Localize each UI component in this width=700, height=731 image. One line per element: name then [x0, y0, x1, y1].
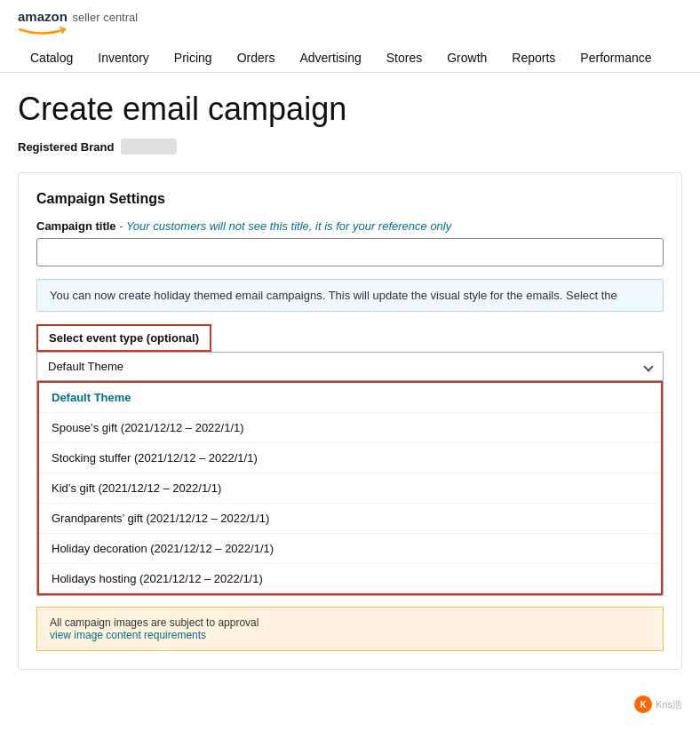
logo-amazon-text: amazon: [18, 9, 68, 24]
page-title: Create email campaign: [18, 91, 682, 128]
watermark-icon: K: [634, 695, 652, 702]
dropdown-item-holiday-decoration[interactable]: Holiday decoration (2021/12/12 – 2022/1/…: [39, 534, 661, 564]
brand-badge: [121, 139, 177, 155]
info-banner: You can now create holiday themed email …: [36, 279, 664, 312]
chevron-down-icon: [643, 362, 653, 371]
nav-growth[interactable]: Growth: [434, 44, 499, 72]
nav-catalog[interactable]: Catalog: [18, 44, 85, 72]
top-header: amazon seller central Catalog Inventory …: [0, 0, 700, 73]
campaign-title-note: - Your customers will not see this title…: [119, 219, 451, 233]
registered-brand-row: Registered Brand: [18, 139, 682, 155]
watermark-text: Kris浩: [656, 698, 682, 703]
nav-performance[interactable]: Performance: [568, 44, 664, 72]
dropdown-item-spouse-gift[interactable]: Spouse’s gift (2021/12/12 – 2022/1/1): [39, 413, 661, 443]
nav-advertising[interactable]: Advertising: [287, 44, 373, 72]
page-content: Create email campaign Registered Brand C…: [0, 73, 700, 702]
view-image-content-link[interactable]: view image content requirements: [50, 629, 206, 641]
campaign-settings-card: Campaign Settings Campaign title - Your …: [18, 172, 682, 670]
dropdown-list: Default Theme Spouse’s gift (2021/12/12 …: [37, 381, 663, 595]
amazon-smile-icon: [18, 27, 67, 36]
main-nav: Catalog Inventory Pricing Orders Adverti…: [18, 44, 682, 72]
nav-reports[interactable]: Reports: [499, 44, 568, 72]
dropdown-item-holidays-hosting[interactable]: Holidays hosting (2021/12/12 – 2022/1/1): [39, 564, 661, 593]
card-title: Campaign Settings: [36, 191, 664, 207]
campaign-title-label: Campaign title - Your customers will not…: [36, 219, 664, 233]
nav-orders[interactable]: Orders: [225, 44, 288, 72]
amazon-logo[interactable]: amazon seller central: [18, 9, 138, 38]
dropdown-item-grandparents-gift[interactable]: Grandparents’ gift (2021/12/12 – 2022/1/…: [39, 504, 661, 534]
select-event-label[interactable]: Select event type (optional): [36, 324, 211, 352]
dropdown-item-stocking-stuffer[interactable]: Stocking stuffer (2021/12/12 – 2022/1/1): [39, 443, 661, 473]
logo-area: amazon seller central: [18, 9, 682, 38]
nav-pricing[interactable]: Pricing: [162, 44, 225, 72]
nav-inventory[interactable]: Inventory: [85, 44, 162, 72]
dropdown-selected-value[interactable]: Default Theme: [37, 353, 663, 381]
logo-seller-text: seller central: [69, 11, 138, 24]
dropdown-item-default-theme[interactable]: Default Theme: [39, 383, 661, 413]
watermark: K Kris浩: [634, 695, 682, 702]
bottom-note: All campaign images are subject to appro…: [36, 607, 664, 651]
registered-brand-label: Registered Brand: [18, 140, 114, 154]
campaign-title-input[interactable]: [36, 238, 664, 266]
nav-stores[interactable]: Stores: [374, 44, 434, 72]
event-type-dropdown[interactable]: Default Theme Default Theme Spouse’s gif…: [36, 352, 664, 596]
dropdown-item-kids-gift[interactable]: Kid’s gift (2021/12/12 – 2022/1/1): [39, 473, 661, 504]
